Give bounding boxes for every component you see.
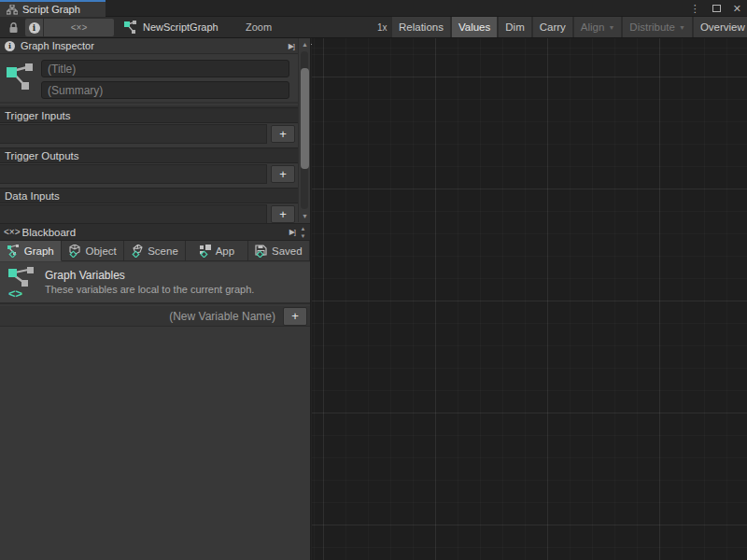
section-header: Data Inputs	[0, 188, 298, 203]
graph-variables-header: <> Graph Variables These variables are l…	[0, 262, 310, 304]
graph-variables-description: These variables are local to the current…	[45, 284, 254, 295]
toolbar-buttons: Relations Values Dim Carry Align ▼ Distr…	[392, 17, 747, 37]
values-button[interactable]: Values	[452, 17, 497, 37]
toolbar-toggle-group: i <×>	[25, 19, 114, 36]
align-dropdown[interactable]: Align ▼	[574, 17, 622, 37]
blackboard-scroll-arrows[interactable]: ▲ ▼	[297, 224, 309, 242]
blackboard-header: <×> Blackboard ▶] ▲ ▼	[0, 223, 310, 241]
graph-variables-icon: <>	[8, 267, 36, 299]
dock-panel-icon[interactable]: ▶]	[289, 42, 294, 50]
section-row: +	[0, 123, 310, 144]
graph-inspector-header: i Graph Inspector ▶]	[0, 38, 298, 54]
window-controls: ⋮ ✕	[690, 0, 741, 17]
distribute-dropdown[interactable]: Distribute ▼	[623, 17, 692, 37]
empty-list-field[interactable]	[0, 124, 267, 144]
scroll-up-icon[interactable]: ▲	[301, 226, 306, 232]
section-row: +	[0, 163, 310, 184]
section-header: Trigger Outputs	[0, 147, 298, 163]
tab-object[interactable]: Object	[62, 241, 123, 261]
empty-list-field[interactable]	[0, 204, 267, 224]
svg-text:<>: <>	[8, 287, 23, 299]
lock-icon	[8, 22, 19, 34]
close-icon[interactable]: ✕	[733, 3, 741, 15]
data-inputs-section: Data Inputs +	[0, 188, 310, 224]
new-variable-input[interactable]	[0, 306, 283, 326]
graph-name[interactable]: NewScriptGraph	[124, 17, 218, 37]
empty-list-field[interactable]	[0, 164, 267, 184]
tab-saved[interactable]: Saved	[248, 241, 310, 261]
object-tab-icon	[68, 245, 81, 258]
kebab-menu-icon[interactable]: ⋮	[690, 3, 700, 15]
relations-button[interactable]: Relations	[392, 17, 450, 37]
overview-button[interactable]: Overview	[694, 17, 747, 37]
window-tab-bar: Script Graph ⋮ ✕	[0, 0, 747, 17]
trigger-outputs-section: Trigger Outputs +	[0, 147, 310, 184]
chevron-down-icon: ▼	[608, 24, 614, 31]
graph-toolbar: i <×> NewScriptGraph Zoom 1x Relations V…	[0, 17, 747, 38]
hierarchy-icon	[7, 5, 18, 15]
trigger-inputs-section: Trigger Inputs +	[0, 107, 310, 144]
tab-app[interactable]: App	[186, 241, 247, 261]
variables-icon: <×>	[71, 22, 88, 33]
add-data-input-button[interactable]: +	[271, 205, 295, 223]
maximize-icon[interactable]	[712, 5, 721, 12]
chevron-down-icon: ▼	[679, 24, 685, 31]
saved-tab-icon	[255, 245, 268, 258]
carry-button[interactable]: Carry	[533, 17, 572, 37]
lock-button[interactable]	[4, 20, 22, 35]
tab-script-graph[interactable]: Script Graph	[0, 0, 106, 17]
summary-input[interactable]	[41, 81, 289, 99]
scene-tab-icon	[131, 245, 144, 258]
new-variable-row: +	[0, 306, 310, 327]
graph-variables-title: Graph Variables	[45, 269, 125, 282]
blackboard-toggle-button[interactable]: <×>	[44, 19, 114, 36]
graph-inspector-title: Graph Inspector	[21, 40, 94, 51]
tab-title: Script Graph	[22, 4, 80, 15]
blackboard-icon: <×>	[4, 227, 21, 237]
section-row: +	[0, 203, 310, 224]
add-variable-button[interactable]: +	[283, 307, 307, 326]
info-icon: i	[29, 22, 40, 34]
section-header: Trigger Inputs	[0, 107, 298, 123]
add-trigger-output-button[interactable]: +	[271, 165, 295, 183]
blackboard-title: Blackboard	[22, 227, 77, 238]
zoom-label: Zoom	[246, 17, 272, 37]
scroll-up-icon[interactable]: ▲	[299, 41, 311, 48]
scroll-down-icon[interactable]: ▼	[301, 233, 306, 240]
inspector-toggle-button[interactable]: i	[25, 19, 44, 36]
tab-graph[interactable]: Graph	[0, 241, 62, 261]
graph-name-label: NewScriptGraph	[143, 21, 218, 33]
zoom-value: 1x	[377, 17, 388, 37]
dock-panel-icon[interactable]: ▶]	[289, 228, 295, 236]
port-sections: Trigger Inputs + Trigger Outputs + Data …	[0, 107, 310, 228]
blackboard-tabs: Graph Object Scene	[0, 241, 310, 261]
info-icon: i	[5, 41, 15, 51]
graph-node-icon	[6, 62, 35, 91]
add-trigger-input-button[interactable]: +	[271, 125, 295, 143]
dim-button[interactable]: Dim	[499, 17, 530, 37]
graph-tab-icon	[7, 245, 21, 258]
graph-canvas[interactable]	[312, 38, 747, 560]
script-graph-icon	[124, 21, 137, 34]
side-panel: i Graph Inspector ▶] ▲ ▼ Trigger Inputs …	[0, 38, 311, 560]
app-tab-icon	[199, 245, 212, 258]
title-input[interactable]	[41, 60, 289, 77]
tab-scene[interactable]: Scene	[124, 241, 186, 261]
